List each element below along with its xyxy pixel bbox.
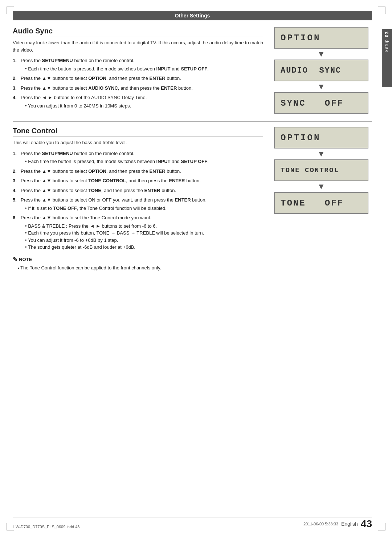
note-title: ✎ NOTE [13, 256, 263, 263]
tone-control-displays: OPTION ▼ TONE CONTROL ▼ TONE OFF [270, 127, 372, 271]
step-sub-item: BASS & TREBLE : Press the ◄ ► buttons to… [25, 223, 263, 230]
audio-sync-text: Audio Sync Video may look slower than th… [13, 27, 263, 114]
note-label: NOTE [19, 257, 32, 262]
audio-sync-section: Audio Sync Video may look slower than th… [13, 27, 372, 114]
side-tab-label: Setup [384, 39, 390, 52]
lcd-sync-off: SYNC OFF [274, 92, 368, 114]
audio-sync-description: Video may look slower than the audio if … [13, 39, 263, 53]
section-divider [13, 121, 372, 122]
corner-mark-br [378, 523, 385, 530]
header-bar: Other Settings [13, 11, 372, 20]
lcd-option-2: OPTION [274, 127, 368, 149]
note-list: The Tone Control function can be applied… [13, 264, 263, 272]
footer-file-info: HW-D700_D770S_ELS_0609.indd 43 [13, 525, 79, 529]
step-item: 5. Press the ▲▼ buttons to select ON or … [13, 196, 263, 212]
audio-sync-title: Audio Sync [13, 27, 263, 37]
step-sub-item: If it is set to TONE OFF, the Tone Contr… [25, 205, 263, 212]
step-item: 1. Press the SETUP/MENU button on the re… [13, 57, 263, 72]
step-item: 3. Press the ▲▼ buttons to select AUDIO … [13, 85, 263, 92]
tone-control-section: Tone Control This will enable you to adj… [13, 127, 372, 271]
lcd-tone-control: TONE CONTROL [274, 159, 368, 181]
footer-lang: English [341, 521, 358, 527]
arrow-down-3: ▼ [317, 150, 325, 158]
tone-control-title: Tone Control [13, 127, 263, 137]
lcd-audio-sync: AUDIO SYNC [274, 60, 368, 81]
footer-page-num: 43 [361, 519, 372, 529]
header-text: Other Settings [175, 13, 210, 19]
main-content: Other Settings Audio Sync Video may look… [13, 11, 372, 522]
audio-sync-steps: 1. Press the SETUP/MENU button on the re… [13, 57, 263, 109]
corner-mark-tr [378, 7, 385, 14]
step-item: 4. Press the ◄ ► buttons to set the AUDI… [13, 94, 263, 109]
footer-right: 2011-06-09 5:38:33 English 43 [303, 519, 372, 529]
step-sub-item: Each time you press this button, TONE → … [25, 229, 263, 237]
tone-control-description: This will enable you to adjust the bass … [13, 139, 263, 146]
note-icon: ✎ [13, 256, 17, 263]
audio-sync-displays: OPTION ▼ AUDIO SYNC ▼ SYNC OFF [270, 27, 372, 114]
step-sub-item: Each time the button is pressed, the mod… [25, 158, 263, 165]
step-item: 4. Press the ▲▼ buttons to select TONE, … [13, 187, 263, 194]
footer-date-info: 2011-06-09 5:38:33 [303, 522, 338, 526]
note-item: The Tone Control function can be applied… [18, 264, 263, 272]
step-item: 2. Press the ▲▼ buttons to select OPTION… [13, 168, 263, 175]
tone-control-steps: 1. Press the SETUP/MENU button on the re… [13, 150, 263, 251]
side-tab-number: 03 [384, 31, 390, 37]
step-item: 1. Press the SETUP/MENU button on the re… [13, 150, 263, 165]
arrow-down-2: ▼ [317, 83, 325, 91]
arrow-down-1: ▼ [317, 50, 325, 58]
step-item: 6. Press the ▲▼ buttons to set the Tone … [13, 214, 263, 251]
side-tab: 03 Setup [382, 29, 392, 87]
step-sub-item: Each time the button is pressed, the mod… [25, 65, 263, 73]
step-sub-item: You can adjust it from 0 to 240MS in 10M… [25, 102, 263, 110]
lcd-tone-off: TONE OFF [274, 192, 368, 214]
lcd-option-1: OPTION [274, 27, 368, 49]
step-sub-item: You can adjust it from -6 to +6dB by 1 s… [25, 237, 263, 244]
step-item: 2. Press the ▲▼ buttons to select OPTION… [13, 75, 263, 82]
tone-control-text: Tone Control This will enable you to adj… [13, 127, 263, 271]
arrow-down-4: ▼ [317, 183, 325, 191]
note-section: ✎ NOTE The Tone Control function can be … [13, 256, 263, 272]
step-item: 3. Press the ▲▼ buttons to select TONE C… [13, 177, 263, 184]
step-sub-item: The sound gets quieter at -6dB and loude… [25, 244, 263, 251]
footer: HW-D700_D770S_ELS_0609.indd 43 2011-06-0… [13, 517, 372, 529]
